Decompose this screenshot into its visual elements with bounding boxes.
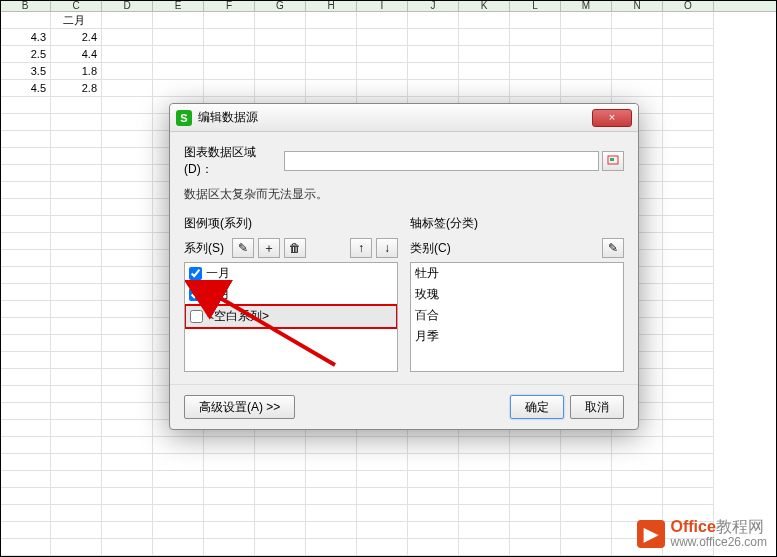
- range-picker-icon: [607, 155, 619, 167]
- advanced-settings-button[interactable]: 高级设置(A) >>: [184, 395, 295, 419]
- arrow-up-icon: ↑: [358, 241, 364, 255]
- cancel-button[interactable]: 取消: [570, 395, 624, 419]
- series-checkbox[interactable]: [189, 267, 202, 280]
- series-checkbox[interactable]: [190, 310, 203, 323]
- col-header[interactable]: D: [102, 0, 153, 11]
- axis-labels-panel: 轴标签(分类) 类别(C) ✎ 牡丹 玫瑰 百合 月季: [410, 215, 624, 372]
- dialog-title: 编辑数据源: [198, 109, 592, 126]
- cell[interactable]: 4.4: [51, 46, 102, 63]
- col-header[interactable]: F: [204, 0, 255, 11]
- edit-series-button[interactable]: ✎: [232, 238, 254, 258]
- watermark-brand: Office教程网: [671, 518, 768, 536]
- cell[interactable]: 4.5: [0, 80, 51, 97]
- cell[interactable]: [0, 12, 51, 29]
- column-headers: B C D E F G H I J K L M N O: [0, 0, 777, 12]
- trash-icon: 🗑: [289, 241, 301, 255]
- move-down-button[interactable]: ↓: [376, 238, 398, 258]
- delete-series-button[interactable]: 🗑: [284, 238, 306, 258]
- pencil-icon: ✎: [608, 241, 618, 255]
- move-up-button[interactable]: ↑: [350, 238, 372, 258]
- watermark-icon: ▶: [637, 520, 665, 548]
- chart-range-label: 图表数据区域(D)：: [184, 144, 284, 178]
- col-header[interactable]: M: [561, 0, 612, 11]
- series-checkbox[interactable]: [189, 288, 202, 301]
- col-header[interactable]: O: [663, 0, 714, 11]
- col-header[interactable]: H: [306, 0, 357, 11]
- cell[interactable]: 二月: [51, 12, 102, 29]
- plus-icon: ＋: [263, 240, 275, 257]
- add-series-button[interactable]: ＋: [258, 238, 280, 258]
- edit-category-button[interactable]: ✎: [602, 238, 624, 258]
- col-header[interactable]: I: [357, 0, 408, 11]
- axis-labels-title: 轴标签(分类): [410, 215, 624, 232]
- col-header[interactable]: C: [51, 0, 102, 11]
- watermark: ▶ Office教程网 www.office26.com: [637, 518, 768, 549]
- series-listbox[interactable]: 一月 二月 <空白系列>: [184, 262, 398, 372]
- pencil-icon: ✎: [238, 241, 248, 255]
- col-header[interactable]: L: [510, 0, 561, 11]
- range-hint: 数据区太复杂而无法显示。: [184, 186, 624, 203]
- series-label: 系列(S): [184, 240, 224, 257]
- series-item[interactable]: 二月: [185, 284, 397, 305]
- col-header[interactable]: E: [153, 0, 204, 11]
- close-button[interactable]: ×: [592, 109, 632, 127]
- close-icon: ×: [609, 111, 615, 123]
- category-item[interactable]: 月季: [411, 326, 623, 347]
- cell[interactable]: 2.4: [51, 29, 102, 46]
- titlebar[interactable]: S 编辑数据源 ×: [170, 104, 638, 132]
- category-listbox[interactable]: 牡丹 玫瑰 百合 月季: [410, 262, 624, 372]
- cell[interactable]: 1.8: [51, 63, 102, 80]
- app-icon: S: [176, 110, 192, 126]
- cell[interactable]: 4.3: [0, 29, 51, 46]
- svg-rect-1: [610, 158, 614, 161]
- chart-range-input[interactable]: [284, 151, 599, 171]
- watermark-url: www.office26.com: [671, 536, 768, 549]
- col-header[interactable]: B: [0, 0, 51, 11]
- edit-data-source-dialog: S 编辑数据源 × 图表数据区域(D)： 数据区太复杂而无法显示。 图例项(系列…: [169, 103, 639, 430]
- series-item-empty[interactable]: <空白系列>: [184, 304, 398, 329]
- col-header[interactable]: J: [408, 0, 459, 11]
- category-item[interactable]: 玫瑰: [411, 284, 623, 305]
- ok-button[interactable]: 确定: [510, 395, 564, 419]
- series-item-label: 一月: [206, 265, 230, 282]
- category-item-label: 月季: [415, 328, 439, 345]
- series-item[interactable]: 一月: [185, 263, 397, 284]
- cell[interactable]: 2.8: [51, 80, 102, 97]
- col-header[interactable]: N: [612, 0, 663, 11]
- cell[interactable]: [102, 12, 153, 29]
- series-item-label: 二月: [206, 286, 230, 303]
- col-header[interactable]: K: [459, 0, 510, 11]
- category-item[interactable]: 牡丹: [411, 263, 623, 284]
- legend-series-panel: 图例项(系列) 系列(S) ✎ ＋ 🗑 ↑ ↓ 一月: [184, 215, 398, 372]
- category-item-label: 玫瑰: [415, 286, 439, 303]
- cell[interactable]: 3.5: [0, 63, 51, 80]
- category-item-label: 百合: [415, 307, 439, 324]
- arrow-down-icon: ↓: [384, 241, 390, 255]
- legend-series-title: 图例项(系列): [184, 215, 398, 232]
- cell[interactable]: 2.5: [0, 46, 51, 63]
- category-item[interactable]: 百合: [411, 305, 623, 326]
- category-item-label: 牡丹: [415, 265, 439, 282]
- series-item-label: <空白系列>: [207, 308, 269, 325]
- col-header[interactable]: G: [255, 0, 306, 11]
- range-picker-button[interactable]: [602, 151, 624, 171]
- category-label: 类别(C): [410, 240, 451, 257]
